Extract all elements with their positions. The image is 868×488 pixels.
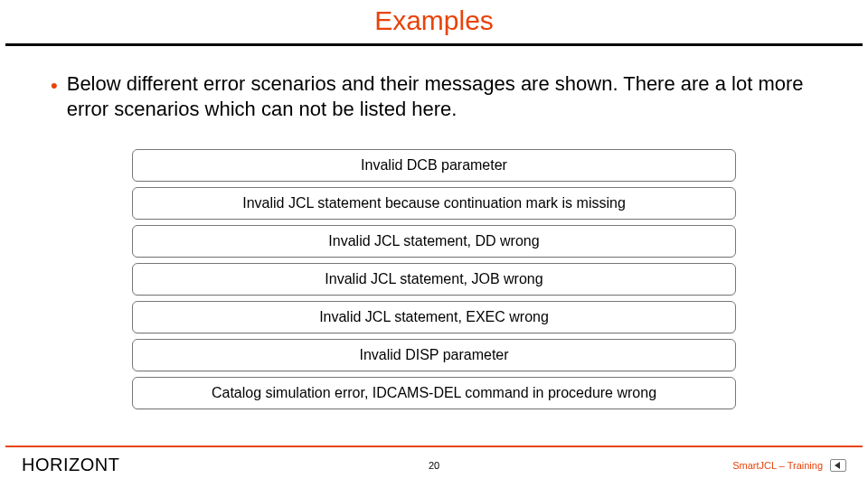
course-label-group: SmartJCL – Training <box>732 459 846 472</box>
page-title: Examples <box>0 0 868 43</box>
page-number: 20 <box>429 460 439 471</box>
list-item: Invalid JCL statement, EXEC wrong <box>132 301 736 333</box>
footer-divider <box>5 446 863 447</box>
list-item: Catalog simulation error, IDCAMS-DEL com… <box>132 377 736 409</box>
slide: Examples • Below different error scenari… <box>0 0 868 488</box>
bullet-dot-icon: • <box>51 73 58 99</box>
svg-marker-0 <box>835 462 840 469</box>
content-area: • Below different error scenarios and th… <box>0 46 868 409</box>
list-item: Invalid JCL statement, JOB wrong <box>132 263 736 296</box>
course-label: SmartJCL – Training <box>732 460 823 471</box>
prev-slide-icon[interactable] <box>830 459 846 472</box>
footer: HORIZONT 20 SmartJCL – Training <box>0 446 868 475</box>
list-item: Invalid JCL statement because continuati… <box>132 187 736 220</box>
bullet-text: Below different error scenarios and thei… <box>67 71 817 122</box>
list-item: Invalid DCB parameter <box>132 149 736 182</box>
bullet-item: • Below different error scenarios and th… <box>51 71 817 122</box>
list-item: Invalid DISP parameter <box>132 339 736 371</box>
footer-row: HORIZONT 20 SmartJCL – Training <box>0 455 868 475</box>
error-box-list: Invalid DCB parameter Invalid JCL statem… <box>51 149 817 409</box>
brand-label: HORIZONT <box>22 455 119 475</box>
list-item: Invalid JCL statement, DD wrong <box>132 225 736 258</box>
